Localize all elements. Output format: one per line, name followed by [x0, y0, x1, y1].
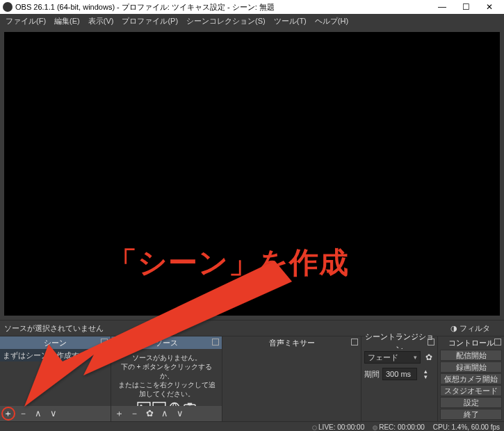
dock-controls-header[interactable]: コントロール: [438, 336, 504, 349]
titlebar: OBS 26.1.1 (64-bit, windows) - プロファイル: ツ…: [0, 0, 504, 14]
start-recording-button[interactable]: 録画開始: [440, 361, 502, 373]
camera-icon: [183, 402, 197, 406]
dock-controls: コントロール 配信開始 録画開始 仮想カメラ開始 スタジオモード 設定 終了: [438, 336, 504, 421]
dock-audio-mixer: 音声ミキサー: [222, 336, 361, 421]
dock-scenes-body[interactable]: まずはシーンを作成する: [0, 349, 111, 406]
scenes-empty-hint: まずはシーンを作成する: [0, 349, 111, 361]
add-scene-button[interactable]: ＋: [3, 409, 13, 418]
menubar: ファイル(F) 編集(E) 表示(V) プロファイル(P) シーンコレクション(…: [0, 14, 504, 28]
dock-controls-body: 配信開始 録画開始 仮想カメラ開始 スタジオモード 設定 終了: [438, 349, 504, 421]
status-live: LIVE: 00:00:00: [312, 423, 364, 431]
sources-toolbar: ＋ － ✿ ∧ ∨: [111, 406, 222, 421]
scene-up-button[interactable]: ∧: [33, 409, 43, 418]
studio-mode-button[interactable]: スタジオモード: [440, 385, 502, 396]
dock-transitions: シーントランジション フェード ✿ 期間 300 ms ▴▾: [361, 336, 438, 421]
dock-scenes: シーン まずはシーンを作成する ＋ － ∧ ∨: [0, 336, 111, 421]
source-properties-button[interactable]: ✿: [145, 409, 154, 418]
status-cpu: CPU: 1.4%, 60.00 fps: [433, 423, 500, 431]
add-source-button[interactable]: ＋: [114, 409, 124, 418]
dock-transitions-header[interactable]: シーントランジション: [361, 336, 437, 349]
menu-profile[interactable]: プロファイル(P): [117, 14, 182, 28]
minimize-button[interactable]: —: [430, 0, 454, 14]
live-dot-icon: [312, 425, 317, 430]
source-down-button[interactable]: ∨: [175, 409, 185, 418]
status-bar: LIVE: 00:00:00 REC: 00:00:00 CPU: 1.4%, …: [0, 421, 504, 431]
sources-empty-hint: ソースがありません。 下の + ボタンをクリックするか、 またはここを右クリック…: [111, 349, 222, 400]
duration-label: 期間: [364, 369, 380, 380]
dock-mixer-header[interactable]: 音声ミキサー: [222, 336, 361, 349]
settings-button[interactable]: 設定: [440, 397, 502, 408]
popout-icon: [212, 339, 219, 345]
dock-sources: ソース ソースがありません。 下の + ボタンをクリックするか、 またはここを右…: [111, 336, 222, 421]
rec-dot-icon: [373, 425, 377, 430]
transition-select[interactable]: フェード: [364, 351, 421, 364]
dock-transitions-body: フェード ✿ 期間 300 ms ▴▾: [361, 349, 437, 421]
popout-icon: [351, 339, 358, 345]
menu-edit[interactable]: 編集(E): [50, 14, 84, 28]
scenes-toolbar: ＋ － ∧ ∨: [0, 406, 111, 421]
menu-file[interactable]: ファイル(F): [1, 14, 50, 28]
display-icon: [152, 402, 166, 406]
source-up-button[interactable]: ∧: [160, 409, 170, 418]
dock-sources-header[interactable]: ソース: [111, 336, 222, 349]
remove-source-button[interactable]: －: [129, 409, 139, 418]
menu-help[interactable]: ヘルプ(H): [311, 14, 352, 28]
window-title: OBS 26.1.1 (64-bit, windows) - プロファイル: ツ…: [15, 2, 430, 13]
duration-stepper[interactable]: ▴▾: [420, 368, 431, 380]
dock-scenes-header[interactable]: シーン: [0, 336, 111, 349]
popout-icon: [428, 339, 434, 345]
transition-settings-button[interactable]: ✿: [423, 352, 434, 363]
dock-row: シーン まずはシーンを作成する ＋ － ∧ ∨ ソース ソースがありません。 下…: [0, 336, 504, 421]
preview-area: [0, 28, 504, 320]
source-type-icons: [111, 402, 222, 406]
svg-point-1: [140, 405, 142, 406]
globe-icon: [168, 402, 181, 406]
image-icon: [137, 402, 151, 406]
start-streaming-button[interactable]: 配信開始: [440, 350, 502, 361]
duration-input[interactable]: 300 ms: [382, 368, 417, 380]
remove-scene-button[interactable]: －: [18, 409, 28, 418]
scene-down-button[interactable]: ∨: [49, 409, 58, 418]
popout-icon: [101, 339, 108, 345]
maximize-button[interactable]: ☐: [454, 0, 478, 14]
dock-mixer-body[interactable]: [222, 349, 361, 421]
filter-icon: ◑: [450, 324, 457, 332]
svg-rect-7: [187, 403, 191, 405]
popout-icon: [494, 339, 501, 345]
start-virtualcam-button[interactable]: 仮想カメラ開始: [440, 373, 502, 384]
menu-view[interactable]: 表示(V): [84, 14, 118, 28]
exit-button[interactable]: 終了: [440, 409, 502, 420]
status-rec: REC: 00:00:00: [373, 423, 425, 431]
menu-tools[interactable]: ツール(T): [270, 14, 311, 28]
dock-sources-body[interactable]: ソースがありません。 下の + ボタンをクリックするか、 またはここを右クリック…: [111, 349, 222, 406]
menu-scene-collection[interactable]: シーンコレクション(S): [182, 14, 270, 28]
obs-app-icon: [3, 2, 13, 12]
svg-rect-0: [138, 402, 150, 406]
close-button[interactable]: ✕: [478, 0, 501, 14]
filter-button[interactable]: ◑フィルタ: [441, 320, 500, 336]
preview-canvas[interactable]: [4, 32, 500, 316]
svg-rect-2: [153, 402, 165, 406]
